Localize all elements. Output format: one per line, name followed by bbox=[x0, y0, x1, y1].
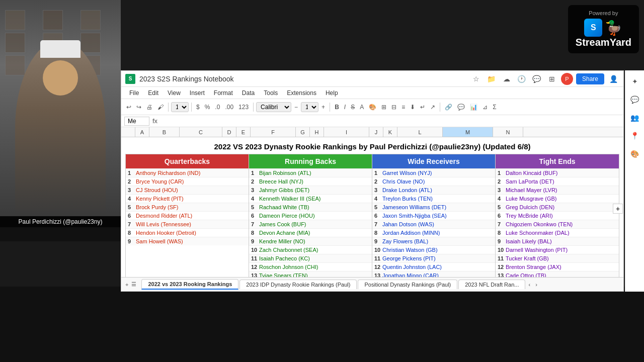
col-header-m[interactable]: M bbox=[443, 127, 493, 137]
head bbox=[43, 60, 78, 96]
col-header-i[interactable]: I bbox=[324, 127, 369, 137]
wr-player-3: 3Drake London (ATL) bbox=[372, 186, 495, 194]
align-button[interactable]: ≡ bbox=[399, 103, 407, 112]
comment-add-button[interactable]: 💬 bbox=[455, 103, 467, 112]
te-player-5: 5Greg Dulcich (DEN) bbox=[496, 203, 619, 211]
filter-button[interactable]: ⊿ bbox=[480, 103, 490, 112]
menu-view[interactable]: View bbox=[164, 88, 185, 98]
add-column-button[interactable]: + bbox=[613, 204, 623, 214]
col-header-f[interactable]: F bbox=[251, 127, 296, 137]
tab-nav-next[interactable]: › bbox=[533, 282, 539, 288]
tab-rookie-rankings[interactable]: 2022 vs 2023 Rooking Rankings bbox=[141, 279, 238, 290]
chart-button[interactable]: 📊 bbox=[468, 103, 479, 112]
sheets-tabs: + ☰ 2022 vs 2023 Rooking Rankings 2023 I… bbox=[121, 277, 623, 291]
bold-button[interactable]: B bbox=[333, 103, 341, 112]
col-header-j[interactable]: J bbox=[369, 127, 383, 137]
col-header-n[interactable]: N bbox=[493, 127, 523, 137]
toolbar-separator-3 bbox=[253, 103, 254, 112]
streamyard-name: StreamYard bbox=[576, 37, 631, 48]
decimal-decrease-button[interactable]: .0 bbox=[213, 103, 222, 112]
col-header-a[interactable]: A bbox=[135, 127, 149, 137]
history-icon[interactable]: 🕐 bbox=[516, 73, 528, 85]
col-header-e[interactable]: E bbox=[236, 127, 251, 137]
wr-player-8: 8Jordan Addison (MINN) bbox=[372, 228, 495, 237]
font-size-decrease-button[interactable]: − bbox=[292, 103, 300, 112]
undo-button[interactable]: ↩ bbox=[124, 103, 133, 112]
streamyard-logo: S 🦆 bbox=[584, 19, 622, 37]
col-header-k[interactable]: K bbox=[383, 127, 397, 137]
decimal-increase-button[interactable]: .00 bbox=[223, 103, 235, 112]
qb-player-1: 1Anthony Richardson (IND) bbox=[126, 168, 249, 177]
borders-button[interactable]: ⊞ bbox=[379, 103, 388, 112]
italic-button[interactable]: I bbox=[342, 103, 348, 112]
redo-button[interactable]: ↪ bbox=[134, 103, 143, 112]
cloud-icon[interactable]: ☁ bbox=[501, 73, 513, 85]
account-icon[interactable]: 👤 bbox=[607, 73, 619, 85]
tab-idp-rankings[interactable]: 2023 IDP Dynasty Rookie Rankings (Paul) bbox=[239, 280, 357, 289]
col-header-c[interactable]: C bbox=[180, 127, 222, 137]
menu-tools[interactable]: Tools bbox=[260, 88, 282, 98]
folder-icon[interactable]: 📁 bbox=[486, 73, 498, 85]
toolbar-separator-2 bbox=[191, 103, 192, 112]
share-button[interactable]: Share bbox=[576, 73, 604, 84]
col-header-d[interactable]: D bbox=[222, 127, 236, 137]
row-number-header bbox=[121, 127, 135, 137]
qb-player-7: 7Will Levis (Tennessee) bbox=[126, 220, 249, 228]
strikethrough-button[interactable]: S bbox=[349, 103, 357, 112]
star-icon[interactable]: ☆ bbox=[470, 73, 482, 85]
rb-player-3: 3Jahmyr Gibbs (DET) bbox=[249, 186, 372, 194]
text-color-button[interactable]: A bbox=[358, 103, 366, 112]
font-select[interactable]: Calibri bbox=[256, 102, 291, 112]
font-size-increase-button[interactable]: + bbox=[319, 103, 327, 112]
sheets-menubar: File Edit View Insert Format Data Tools … bbox=[121, 87, 623, 99]
cell-reference-input[interactable] bbox=[124, 117, 149, 126]
user-avatar-icon[interactable]: P bbox=[561, 73, 573, 85]
wrap-button[interactable]: ↵ bbox=[418, 103, 427, 112]
menu-help[interactable]: Help bbox=[321, 88, 342, 98]
sheets-document-title[interactable]: 2023 S2S Rankings Notebook bbox=[139, 75, 470, 83]
menu-extensions[interactable]: Extensions bbox=[283, 88, 320, 98]
streamyard-duck-icon: 🦆 bbox=[605, 20, 622, 36]
menu-insert[interactable]: Insert bbox=[186, 88, 209, 98]
merge-cells-button[interactable]: ⊟ bbox=[389, 103, 398, 112]
print-button[interactable]: 🖨 bbox=[144, 103, 154, 112]
chat-icon[interactable]: 💬 bbox=[628, 93, 642, 107]
tab-positional-rankings[interactable]: Positional Dynasty Rankings (Paul) bbox=[358, 280, 457, 289]
paint-format-button[interactable]: 🖌 bbox=[155, 103, 166, 112]
link-button[interactable]: 🔗 bbox=[443, 103, 454, 112]
comment-icon[interactable]: 💬 bbox=[531, 73, 543, 85]
menu-edit[interactable]: Edit bbox=[144, 88, 163, 98]
grid-view-icon[interactable]: ⊞ bbox=[546, 73, 558, 85]
formula-button[interactable]: Σ bbox=[491, 103, 498, 112]
te-player-3: 3Michael Mayer (LVR) bbox=[496, 186, 619, 194]
col-header-h[interactable]: H bbox=[310, 127, 324, 137]
rb-player-7: 7James Cook (BUF) bbox=[249, 220, 372, 228]
menu-file[interactable]: File bbox=[125, 88, 143, 98]
col-header-b[interactable]: B bbox=[149, 127, 180, 137]
col-header-g[interactable]: G bbox=[296, 127, 310, 137]
percent-button[interactable]: % bbox=[203, 103, 212, 112]
add-sheet-button[interactable]: + bbox=[125, 282, 128, 288]
sheets-toolbar: ↩ ↪ 🖨 🖌 100% $ % .0 .00 123 Calibri − 12… bbox=[121, 99, 623, 115]
col-header-l[interactable]: L bbox=[397, 127, 443, 137]
maps-icon[interactable]: 📍 bbox=[628, 129, 642, 143]
zoom-select[interactable]: 100% bbox=[171, 102, 189, 112]
tab-nfl-draft[interactable]: 2023 NFL Draft Ran... bbox=[458, 280, 525, 289]
rb-player-5: 5Rachaad White (TB) bbox=[249, 203, 372, 211]
rb-column: Running Backs 1Bijan Robinson (ATL) 2Bre… bbox=[249, 154, 372, 280]
font-size-input[interactable]: 12 bbox=[301, 102, 318, 112]
people-icon[interactable]: 👥 bbox=[628, 111, 642, 125]
valign-button[interactable]: ⬇ bbox=[408, 103, 417, 112]
text-rotation-button[interactable]: ↗ bbox=[428, 103, 437, 112]
right-sidebar: ✦ 💬 👥 📍 🎨 bbox=[625, 70, 644, 292]
palette-icon[interactable]: 🎨 bbox=[628, 147, 642, 161]
explore-icon[interactable]: ✦ bbox=[628, 74, 642, 88]
menu-data[interactable]: Data bbox=[238, 88, 259, 98]
more-formats-button[interactable]: 123 bbox=[236, 103, 251, 112]
webcam-label: Paul Perdichizzi (@paulie23ny) bbox=[0, 216, 121, 227]
sheet-menu-button[interactable]: ☰ bbox=[131, 281, 136, 288]
menu-format[interactable]: Format bbox=[210, 88, 237, 98]
fill-color-button[interactable]: 🎨 bbox=[367, 103, 378, 112]
currency-button[interactable]: $ bbox=[194, 103, 202, 112]
tab-nav-prev[interactable]: ‹ bbox=[526, 282, 532, 288]
